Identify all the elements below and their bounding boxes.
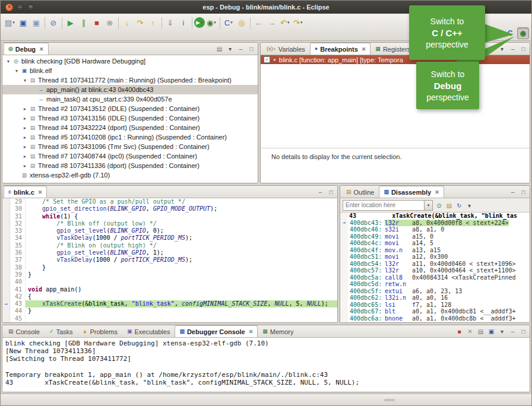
minimize-button[interactable]: – xyxy=(509,45,517,52)
editor-line[interactable]: 45 xyxy=(2,315,337,322)
window-maximize-button[interactable]: + xyxy=(27,4,34,11)
debug-tree-item[interactable]: →app_main() at blink.c:43 0x400dbc43 xyxy=(2,85,258,94)
disassembly-row[interactable]: 43 xTaskCreate(&blink_task, "blink_tas xyxy=(340,212,530,220)
view-menu-button[interactable]: ▾ xyxy=(498,328,506,335)
disassembly-listing[interactable]: 43 xTaskCreate(&blink_task, "blink_tas→4… xyxy=(340,212,530,322)
collapse-icon[interactable]: ▾ xyxy=(13,68,20,74)
instruction-pointer-icon[interactable]: → xyxy=(2,300,10,307)
debug-tree-item[interactable]: ▸▤Thread #5 1073410208 (ipc1 : Running) … xyxy=(2,132,258,142)
editor-line[interactable]: 41void app_main() xyxy=(2,286,337,293)
disassembly-row[interactable]: 400dbc5d:retw.n xyxy=(340,281,530,288)
tab-breakpoints[interactable]: ●Breakpoints✕ xyxy=(310,43,371,55)
window-close-button[interactable]: ✕ xyxy=(5,4,13,11)
editor-margin[interactable] xyxy=(2,249,10,256)
minimize-button[interactable]: – xyxy=(509,328,517,335)
save-all-button[interactable]: ▣ xyxy=(30,16,43,29)
search-button[interactable]: ◎ xyxy=(235,16,248,29)
tab-outline[interactable]: ▤Outline xyxy=(341,186,379,198)
minimize-button[interactable]: – xyxy=(316,188,324,195)
editor-line[interactable]: 40 xyxy=(2,278,337,286)
editor-line[interactable]: 35 /* Blink on (output high) */ xyxy=(2,242,337,249)
debug-tree-item[interactable]: ▸▤Thread #8 1073411336 (dport) (Suspende… xyxy=(2,161,258,170)
last-edit-location-button[interactable]: ← xyxy=(252,16,265,29)
breakpoint-row[interactable]: ✓ ● blink.c [function: app_main] [type: … xyxy=(261,55,530,64)
editor-margin[interactable] xyxy=(2,213,10,220)
display-selected-console-button[interactable]: ▣ xyxy=(487,328,495,335)
editor-line[interactable]: 30 gpio_set_direction(BLINK_GPIO, GPIO_M… xyxy=(2,205,337,212)
tab-disassembly[interactable]: ▥Disassembly✕ xyxy=(379,186,444,198)
view-menu-button[interactable]: ▾ xyxy=(466,202,473,209)
close-icon[interactable]: ✕ xyxy=(38,189,43,195)
editor-margin[interactable] xyxy=(2,220,10,227)
disassembly-row[interactable]: 400dbc46:s32ia8, a1, 0 xyxy=(340,226,530,233)
editor-line[interactable]: 33 gpio_set_level(BLINK_GPIO, 0); xyxy=(2,227,337,234)
debug-toolbar-misc-button[interactable]: ▤ xyxy=(216,45,223,52)
editor-line[interactable]: 34 vTaskDelay(1000 / portTICK_PERIOD_MS)… xyxy=(2,234,337,242)
instruction-stepping-button[interactable]: i xyxy=(177,16,190,29)
editor-margin[interactable] xyxy=(2,307,10,315)
expand-icon[interactable]: ▸ xyxy=(21,163,28,169)
disassembly-row[interactable]: 400dbc4f:mov.na13, a15 xyxy=(340,247,530,254)
debug-tree-item[interactable]: ▾▤Thread #1 1073411772 (main : Running) … xyxy=(2,75,258,85)
debug-button[interactable]: ◉▾ xyxy=(205,16,218,29)
disassembly-row[interactable]: 400dbc4c:movia14, 5 xyxy=(340,240,530,247)
editor-margin[interactable] xyxy=(2,264,10,271)
collapse-icon[interactable]: ▾ xyxy=(5,59,12,64)
tab-console[interactable]: ▤Console xyxy=(4,325,45,337)
sync-with-source-button[interactable]: ⊙ xyxy=(435,202,443,209)
drop-to-frame-button[interactable]: ⇓ xyxy=(164,16,177,29)
combo-dropdown-icon[interactable]: ▾ xyxy=(424,201,432,210)
minimize-button[interactable]: – xyxy=(509,188,517,195)
maximize-button[interactable]: □ xyxy=(520,45,527,52)
disconnect-button[interactable]: ⊗ xyxy=(103,16,116,29)
disassembly-row[interactable]: →400dbc43:l32ra8, 0x400d00f8 <_stext+224… xyxy=(340,220,530,227)
step-over-button[interactable]: ↷ xyxy=(134,16,147,29)
maximize-button[interactable]: □ xyxy=(520,328,527,335)
editor-margin[interactable] xyxy=(2,227,10,234)
collapse-icon[interactable]: ▾ xyxy=(21,78,28,83)
editor-margin[interactable] xyxy=(2,234,10,242)
debug-tree-item[interactable]: ▸▤Thread #7 1073408744 (ipc0) (Suspended… xyxy=(2,151,258,161)
editor-line[interactable]: 42{ xyxy=(2,293,337,300)
editor-line[interactable]: 44} xyxy=(2,307,337,315)
editor-line[interactable]: 38 } xyxy=(2,264,337,271)
terminate-button[interactable]: ■ xyxy=(455,328,463,335)
editor-margin[interactable] xyxy=(2,293,10,300)
expand-icon[interactable]: ▸ xyxy=(21,154,28,159)
maximize-button[interactable]: □ xyxy=(327,188,335,195)
debug-tree-item[interactable]: ▾◎blink checking [GDB Hardware Debugging… xyxy=(2,56,258,66)
maximize-button[interactable]: □ xyxy=(520,188,527,195)
debug-tree-item[interactable]: ▸▤Thread #6 1073431096 (Tmr Svc) (Suspen… xyxy=(2,142,258,151)
window-minimize-button[interactable]: – xyxy=(16,4,24,11)
disassembly-row[interactable]: 400dbc57:l32ra10, 0x400d0464 <_stext+110… xyxy=(340,267,530,274)
editor-line[interactable]: 31 while(1) { xyxy=(2,213,337,220)
maximize-button[interactable]: □ xyxy=(248,45,255,52)
suspend-button[interactable]: ∥ xyxy=(77,16,90,29)
disassembly-row[interactable]: 400dbc67:blta0, a1, 0x400dbc81 <__adddf3… xyxy=(340,308,530,315)
resume-button[interactable]: ▶ xyxy=(64,16,77,29)
debug-tree-item[interactable]: ▸▤Thread #4 1073432224 (dport) (Suspende… xyxy=(2,123,258,132)
expand-icon[interactable]: ▸ xyxy=(21,106,28,112)
remove-launch-button[interactable]: ✕ xyxy=(466,328,474,335)
debug-perspective-button[interactable]: ◉ xyxy=(517,27,529,39)
editor-line[interactable]: 37 vTaskDelay(1000 / portTICK_PERIOD_MS)… xyxy=(2,256,337,264)
disassembly-location-input[interactable]: Enter location here ▾ xyxy=(343,200,433,211)
new-button[interactable]: ▤▾ xyxy=(3,16,17,29)
close-icon[interactable]: ✕ xyxy=(362,46,366,52)
editor-margin[interactable] xyxy=(2,198,10,205)
editor-margin[interactable] xyxy=(2,315,10,322)
editor-line[interactable]: 29 /* Set the GPIO as a push/pull output… xyxy=(2,198,337,205)
expand-icon[interactable]: ▸ xyxy=(21,125,28,131)
code-editor[interactable]: 29 /* Set the GPIO as a push/pull output… xyxy=(2,198,337,322)
disassembly-row[interactable]: 400dbc54:l32ra11, 0x400d0460 <_stext+109… xyxy=(340,261,530,268)
clear-console-button[interactable]: ▤ xyxy=(477,328,484,335)
debug-tree-item[interactable]: ▥xtensa-esp32-elf-gdb (7.10) xyxy=(2,170,258,180)
editor-line[interactable]: 36 gpio_set_level(BLINK_GPIO, 1); xyxy=(2,249,337,256)
debug-tree-item[interactable]: ▸▤Thread #3 1073413156 (IDLE) (Suspended… xyxy=(2,113,258,123)
close-icon[interactable]: ✕ xyxy=(435,189,439,195)
minimize-button[interactable]: – xyxy=(237,45,245,52)
tab-problems[interactable]: ▲Problems xyxy=(78,325,122,337)
step-into-button[interactable]: ↓ xyxy=(121,16,134,29)
step-return-button[interactable]: ↑ xyxy=(147,16,160,29)
editor-margin[interactable] xyxy=(2,205,10,212)
